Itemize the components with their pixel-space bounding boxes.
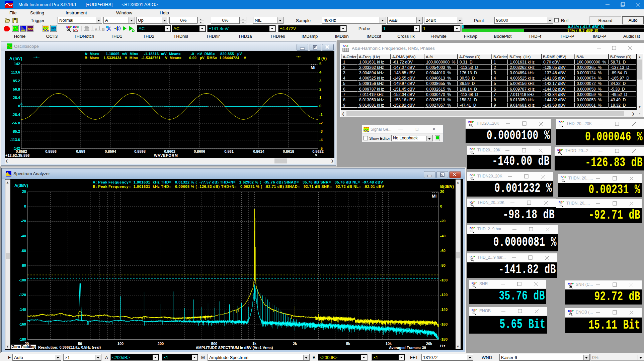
svg-text:DDP: DDP (470, 174, 476, 177)
svg-text:B: B (102, 27, 105, 31)
svg-text:DDP: DDP (468, 121, 474, 124)
svg-text:DDP: DDP (568, 282, 574, 285)
svg-text:DDP: DDP (561, 176, 567, 179)
svg-text:DDP: DDP (559, 121, 565, 124)
svg-text:DDP: DDP (470, 148, 476, 151)
svg-text:A: A (95, 27, 97, 31)
svg-text:DDP: DDP (470, 255, 476, 258)
svg-text:DUT: DUT (52, 27, 57, 29)
svg-text:DDP: DDP (472, 281, 478, 284)
svg-text:DDP: DDP (472, 309, 478, 312)
svg-text:DDP: DDP (568, 310, 574, 313)
svg-text:DDP: DDP (470, 227, 476, 230)
svg-text:888: 888 (28, 27, 34, 31)
svg-text:DDP: DDP (66, 25, 72, 28)
svg-text:DDP: DDP (559, 201, 565, 204)
svg-text:DDP: DDP (343, 45, 349, 48)
svg-text:DDC: DDC (73, 25, 79, 28)
svg-text:DDP: DDP (470, 200, 476, 203)
svg-text:DDP: DDP (557, 148, 563, 151)
